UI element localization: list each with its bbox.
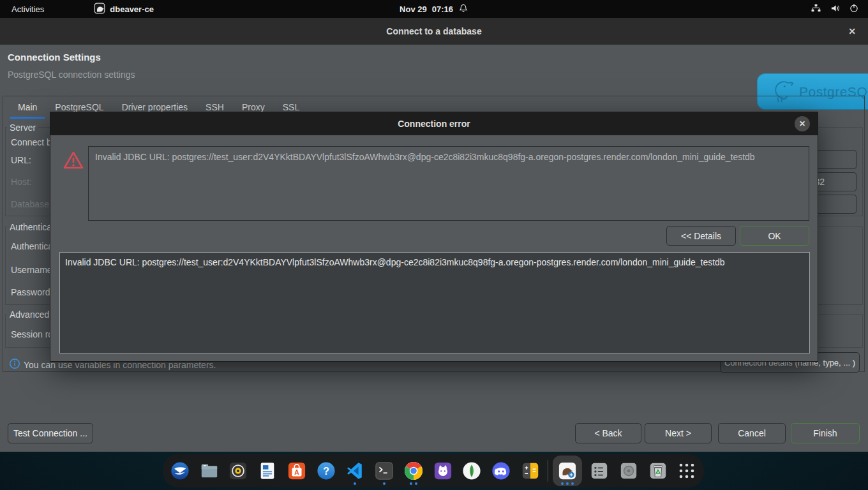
back-button[interactable]: < Back <box>575 423 641 443</box>
notification-bell-icon[interactable] <box>458 3 468 16</box>
details-toggle-button[interactable]: << Details <box>666 226 736 246</box>
dock-chrome[interactable] <box>401 456 426 486</box>
error-dialog-close-button[interactable]: ✕ <box>795 116 810 131</box>
url-label: URL: <box>11 155 31 165</box>
dock-calculator[interactable] <box>518 456 542 486</box>
error-details-box[interactable]: Invalid JDBC URL: postgres://test_user:d… <box>59 252 810 353</box>
tab-main[interactable]: Main <box>9 98 46 117</box>
dock-github-desktop[interactable] <box>431 456 455 486</box>
page-title: Connection Settings <box>8 52 101 63</box>
activities-button[interactable]: Activities <box>11 4 44 14</box>
username-label: Username: <box>11 265 54 275</box>
warning-icon <box>63 151 84 172</box>
running-indicator <box>553 482 582 485</box>
svg-text:A: A <box>294 469 299 476</box>
host-label: Host: <box>11 177 32 187</box>
dock-trash[interactable] <box>646 456 670 486</box>
volume-icon <box>830 3 841 15</box>
error-message-box[interactable]: Invalid JDBC URL: postgres://test_user:d… <box>88 146 809 221</box>
finish-button[interactable]: Finish <box>791 423 860 443</box>
top-bar: Activities dbeaver-ce Nov 29 07:16 <box>0 0 868 18</box>
clock-time: 07:16 <box>432 4 453 14</box>
dock-terminal[interactable] <box>372 456 396 486</box>
dock-rhythmbox[interactable] <box>226 456 250 486</box>
info-icon <box>9 358 20 372</box>
dock: A ? <box>163 454 704 487</box>
dock-files[interactable] <box>197 456 221 486</box>
dock-vscode[interactable] <box>343 456 367 486</box>
window-titlebar[interactable]: Connect to a database ✕ <box>0 18 868 45</box>
dock-separator <box>548 460 548 482</box>
cancel-button[interactable]: Cancel <box>718 423 786 443</box>
database-label: Database: <box>11 199 52 209</box>
page-subtitle: PostgreSQL connection settings <box>8 70 135 80</box>
server-group-label: Server <box>7 122 38 133</box>
dock-discord[interactable] <box>489 456 513 486</box>
dock-mongodb-compass[interactable] <box>460 456 484 486</box>
window-title: Connect to a database <box>386 26 481 36</box>
dock-libreoffice-writer[interactable] <box>255 456 280 486</box>
running-indicator <box>401 482 426 485</box>
svg-text:?: ? <box>323 466 329 477</box>
wizard-header: Connection Settings PostgreSQL connectio… <box>0 45 868 89</box>
test-connection-button[interactable]: Test Connection ... <box>8 423 93 443</box>
error-dialog-title: Connection error <box>398 119 470 129</box>
connection-error-dialog: Connection error ✕ Invalid JDBC URL: pos… <box>50 112 818 362</box>
network-icon <box>811 3 821 15</box>
dbeaver-app-icon <box>94 3 105 16</box>
dock-app-grid[interactable] <box>675 456 699 486</box>
advanced-group-label: Advanced <box>7 309 52 320</box>
dock-settings-box[interactable] <box>587 456 611 486</box>
dock-help[interactable]: ? <box>314 456 338 486</box>
running-indicator <box>343 482 367 485</box>
power-icon <box>849 3 859 15</box>
system-status-area[interactable] <box>811 0 859 18</box>
desktop: Activities dbeaver-ce Nov 29 07:16 <box>0 0 868 490</box>
clock-date: Nov 29 <box>400 4 427 14</box>
focused-app-name: dbeaver-ce <box>110 4 154 14</box>
dock-dbeaver[interactable] <box>553 456 582 486</box>
password-label: Password: <box>11 287 52 297</box>
window-close-button[interactable]: ✕ <box>846 26 858 37</box>
dock-disks[interactable] <box>617 456 641 486</box>
error-dialog-titlebar[interactable]: Connection error ✕ <box>50 112 818 135</box>
clock[interactable]: Nov 29 07:16 <box>400 4 453 14</box>
next-button[interactable]: Next > <box>645 423 712 443</box>
dock-thunderbird[interactable] <box>168 456 192 486</box>
dock-ubuntu-software[interactable]: A <box>285 456 309 486</box>
ok-button[interactable]: OK <box>740 226 809 246</box>
focused-app-menu[interactable]: dbeaver-ce <box>94 3 154 16</box>
running-indicator <box>372 482 396 485</box>
